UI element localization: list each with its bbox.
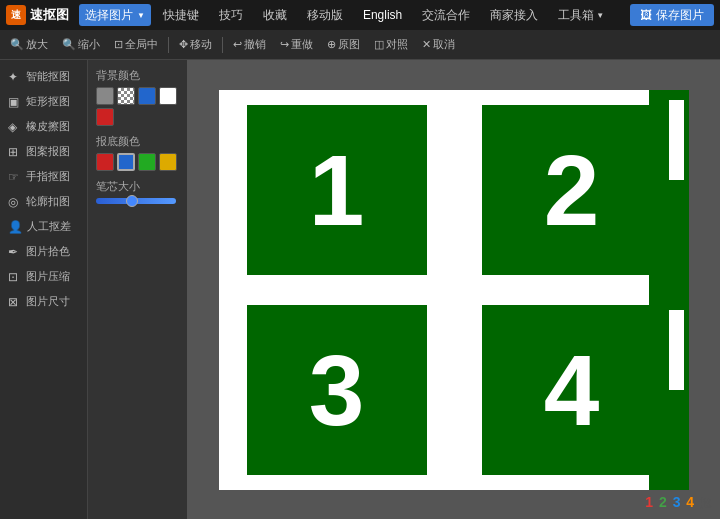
brush-color-title: 报底颜色: [96, 134, 179, 149]
sidebar-item-rect-cutout[interactable]: ▣ 矩形抠图: [0, 89, 87, 114]
brush-color-section: 报底颜色: [96, 134, 179, 171]
brush-color-green[interactable]: [138, 153, 156, 171]
watermark-1: 1: [645, 494, 654, 510]
pattern-icon: ⊞: [8, 145, 22, 159]
nav-merchant[interactable]: 商家接入: [482, 4, 546, 26]
number-4: 4: [544, 340, 600, 440]
rect-cutout-icon: ▣: [8, 95, 22, 109]
dropdown-arrow-icon: ▼: [137, 11, 145, 20]
bg-color-blue[interactable]: [138, 87, 156, 105]
bg-color-title: 背景颜色: [96, 68, 179, 83]
toolbar-divider-2: [222, 37, 223, 53]
fit-icon: ⊡: [114, 38, 123, 51]
toolbar-divider: [168, 37, 169, 53]
number-block-3: 3: [247, 305, 427, 475]
toolbar: 🔍 放大 🔍 缩小 ⊡ 全局中 ✥ 移动 ↩ 撤销 ↪ 重做 ⊕ 原图 ◫ 对照…: [0, 30, 720, 60]
logo-text: 速抠图: [30, 6, 69, 24]
sidebar-item-eraser[interactable]: ◈ 橡皮擦图: [0, 114, 87, 139]
number-block-1: 1: [247, 105, 427, 275]
left-panel: 背景颜色 报底颜色 笔芯大小 ‖: [88, 60, 188, 519]
main-layout: ✦ 智能抠图 ▣ 矩形抠图 ◈ 橡皮擦图 ⊞ 图案报图 ☞ 手指抠图 ◎ 轮廓扣…: [0, 60, 720, 519]
topbar: 速 速抠图 选择图片 ▼ 快捷键 技巧 收藏 移动版 English 交流合作 …: [0, 0, 720, 30]
smart-cutout-icon: ✦: [8, 70, 22, 84]
number-1: 1: [309, 140, 365, 240]
move-icon: ✥: [179, 38, 188, 51]
nav-exchange[interactable]: 交流合作: [414, 4, 478, 26]
right-strip-white-top: [669, 100, 684, 180]
zoom-out-icon: 🔍: [62, 38, 76, 51]
finger-icon: ☞: [8, 170, 22, 184]
number-3: 3: [309, 340, 365, 440]
tools-arrow-icon: ▼: [596, 11, 604, 20]
close-button[interactable]: ✕ 取消: [416, 35, 461, 54]
zoom-out-button[interactable]: 🔍 缩小: [56, 35, 106, 54]
compare-button[interactable]: ◫ 对照: [368, 35, 414, 54]
topbar-right: 🖼 保存图片: [630, 4, 714, 26]
redo-button[interactable]: ↪ 重做: [274, 35, 319, 54]
restore-button[interactable]: ⊕ 原图: [321, 35, 366, 54]
right-strip: [649, 90, 689, 490]
zoom-in-icon: 🔍: [10, 38, 24, 51]
logo-icon: 速: [6, 5, 26, 25]
quadrant-1: 1: [219, 90, 454, 290]
brush-color-blue[interactable]: [117, 153, 135, 171]
bg-color-transparent[interactable]: [117, 87, 135, 105]
brush-size-title: 笔芯大小: [96, 179, 179, 194]
manual-icon: 👤: [8, 220, 23, 234]
watermark-suffix: 抠: [700, 497, 712, 509]
nav-mobile[interactable]: 移动版: [299, 4, 351, 26]
quadrant-3: 3: [219, 290, 454, 490]
number-2: 2: [544, 140, 600, 240]
move-button[interactable]: ✥ 移动: [173, 35, 218, 54]
sidebar-item-compress[interactable]: ⊡ 图片压缩: [0, 264, 87, 289]
zoom-in-button[interactable]: 🔍 放大: [4, 35, 54, 54]
nav-language[interactable]: English: [355, 4, 410, 26]
undo-button[interactable]: ↩ 撤销: [227, 35, 272, 54]
nav-collect[interactable]: 收藏: [255, 4, 295, 26]
close-icon: ✕: [422, 38, 431, 51]
fit-button[interactable]: ⊡ 全局中: [108, 35, 164, 54]
bg-color-white[interactable]: [159, 87, 177, 105]
sidebar-item-finger[interactable]: ☞ 手指抠图: [0, 164, 87, 189]
restore-icon: ⊕: [327, 38, 336, 51]
compare-icon: ◫: [374, 38, 384, 51]
number-block-4: 4: [482, 305, 662, 475]
contour-icon: ◎: [8, 195, 22, 209]
number-block-2: 2: [482, 105, 662, 275]
brush-color-row: [96, 153, 179, 171]
undo-icon: ↩: [233, 38, 242, 51]
watermark: 1 2 3 4 抠: [645, 494, 712, 511]
resize-icon: ⊠: [8, 295, 22, 309]
sidebar-item-color-pick[interactable]: ✒ 图片拾色: [0, 239, 87, 264]
color-pick-icon: ✒: [8, 245, 22, 259]
bg-color-gray[interactable]: [96, 87, 114, 105]
save-icon: 🖼: [640, 8, 652, 22]
right-strip-white-bottom: [669, 310, 684, 390]
sidebar-item-manual[interactable]: 👤 人工抠差: [0, 214, 87, 239]
nav-tips[interactable]: 技巧: [211, 4, 251, 26]
slider-thumb[interactable]: [126, 195, 138, 207]
redo-icon: ↪: [280, 38, 289, 51]
sidebar: ✦ 智能抠图 ▣ 矩形抠图 ◈ 橡皮擦图 ⊞ 图案报图 ☞ 手指抠图 ◎ 轮廓扣…: [0, 60, 88, 519]
select-image-dropdown[interactable]: 选择图片 ▼: [79, 4, 151, 26]
watermark-3: 3: [673, 494, 682, 510]
brush-size-slider[interactable]: [96, 198, 176, 204]
canvas-image: 1 2 3 4: [219, 90, 689, 490]
save-button[interactable]: 🖼 保存图片: [630, 4, 714, 26]
canvas-area[interactable]: 1 2 3 4: [188, 60, 720, 519]
sidebar-item-contour[interactable]: ◎ 轮廓扣图: [0, 189, 87, 214]
sidebar-item-resize[interactable]: ⊠ 图片尺寸: [0, 289, 87, 314]
brush-color-red[interactable]: [96, 153, 114, 171]
sidebar-item-pattern[interactable]: ⊞ 图案报图: [0, 139, 87, 164]
select-image-label: 选择图片: [85, 7, 133, 24]
bg-color-row: [96, 87, 179, 126]
watermark-2: 2: [659, 494, 668, 510]
nav-tools[interactable]: 工具箱 ▼: [550, 4, 612, 26]
brush-color-yellow[interactable]: [159, 153, 177, 171]
watermark-4: 4: [686, 494, 695, 510]
bg-color-red[interactable]: [96, 108, 114, 126]
sidebar-item-smart-cutout[interactable]: ✦ 智能抠图: [0, 64, 87, 89]
nav-shortcuts[interactable]: 快捷键: [155, 4, 207, 26]
eraser-icon: ◈: [8, 120, 22, 134]
bg-color-section: 背景颜色: [96, 68, 179, 126]
